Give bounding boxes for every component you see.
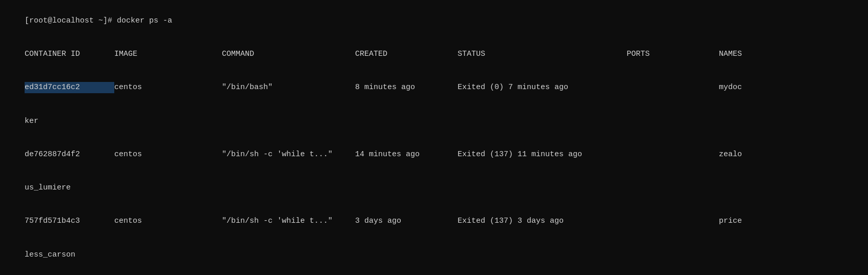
table-row: ed31d7cc16c2centos"/bin/bash"8 minutes a… xyxy=(6,71,862,104)
table-header-1: CONTAINER IDIMAGECOMMANDCREATEDSTATUSPOR… xyxy=(6,37,862,71)
subname-2: us_lumiere xyxy=(6,171,862,204)
image-2: centos xyxy=(114,149,222,160)
command-line-1: [root@localhost ~]# docker ps -a xyxy=(6,4,862,37)
col-header-created: CREATED xyxy=(355,49,458,60)
command-1: "/bin/bash" xyxy=(222,82,355,93)
subname-1: ker xyxy=(6,104,862,138)
col-header-names: NAMES xyxy=(719,49,742,60)
name-3: price xyxy=(719,216,742,227)
table-row: de762887d4f2centos"/bin/sh -c 'while t..… xyxy=(6,138,862,171)
created-1: 8 minutes ago xyxy=(355,82,458,93)
command-2: "/bin/sh -c 'while t..." xyxy=(222,149,355,160)
command-3: "/bin/sh -c 'while t..." xyxy=(222,216,355,227)
col-header-status: STATUS xyxy=(458,49,627,60)
image-1: centos xyxy=(114,82,222,93)
status-3: Exited (137) 3 days ago xyxy=(458,216,627,227)
container-id-1: ed31d7cc16c2 xyxy=(25,82,114,93)
col-header-image: IMAGE xyxy=(114,49,222,60)
table-row: 757fd571b4c3centos"/bin/sh -c 'while t..… xyxy=(6,205,862,238)
container-id-2: de762887d4f2 xyxy=(25,149,114,160)
image-3: centos xyxy=(114,216,222,227)
subname-3: less_carson xyxy=(6,238,862,271)
name-1: mydoc xyxy=(719,82,742,93)
table-row: 5d845899c17ccentos"/bin/bash"3 days agoE… xyxy=(6,271,862,275)
col-header-ports: PORTS xyxy=(627,49,719,60)
status-1: Exited (0) 7 minutes ago xyxy=(458,82,627,93)
status-2: Exited (137) 11 minutes ago xyxy=(458,149,627,160)
created-3: 3 days ago xyxy=(355,216,458,227)
prompt-1: [root@localhost ~]# docker ps -a xyxy=(25,16,172,25)
container-id-3: 757fd571b4c3 xyxy=(25,216,114,227)
created-2: 14 minutes ago xyxy=(355,149,458,160)
name-2: zealo xyxy=(719,149,742,160)
col-header-container-id: CONTAINER ID xyxy=(25,49,114,60)
terminal: [root@localhost ~]# docker ps -a CONTAIN… xyxy=(6,4,862,275)
col-header-command: COMMAND xyxy=(222,49,355,60)
